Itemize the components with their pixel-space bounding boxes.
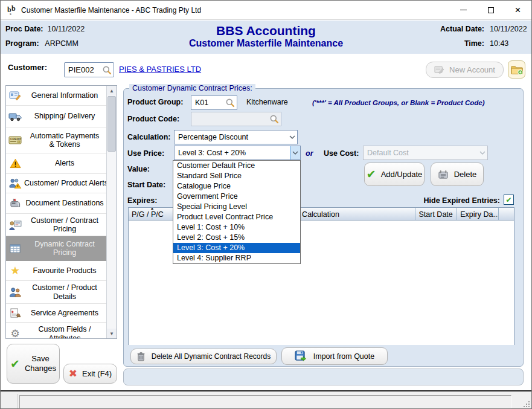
dropdown-option-special-pricing-level[interactable]: Special Pricing Level	[173, 202, 300, 212]
exit-button[interactable]: ✖ Exit (F4)	[63, 364, 117, 384]
sidebar-item-alerts[interactable]: Alerts	[6, 153, 106, 174]
grid-column-label: Expiry Da...	[460, 210, 499, 219]
new-account-button[interactable]: New Account	[426, 62, 504, 78]
resize-grip[interactable]	[522, 399, 530, 408]
use-cost-select[interactable]: Default Cost	[363, 146, 488, 160]
grid-column-label: P/G / P/C	[132, 210, 164, 219]
product-group-label: Product Group:	[127, 98, 183, 106]
close-icon: ×	[515, 5, 521, 15]
dropdown-option-level-2-cost-15[interactable]: Level 2: Cost + 15%	[173, 233, 300, 243]
add-update-button[interactable]: ✔Add/Update	[364, 163, 425, 186]
scroll-down-icon[interactable]: ▼	[107, 329, 117, 338]
minimize-button[interactable]	[450, 1, 477, 19]
hide-expired-checkbox[interactable]: ✔	[504, 195, 514, 205]
check-icon: ✔	[10, 358, 20, 370]
product-group-input[interactable]: K01	[191, 95, 237, 110]
import-quote-label: Import from Quote	[313, 352, 374, 361]
customer-name-link[interactable]: PIES & PASTRIES LTD	[119, 65, 201, 74]
svg-text:s: s	[10, 11, 11, 16]
sidebar: General InformationShipping/ DeliveryCRE…	[5, 85, 117, 339]
time-value: 10:43	[490, 39, 508, 48]
sidebar-item-shipping-delivery[interactable]: Shipping/ Delivery	[6, 106, 106, 127]
exit-label: Exit (F4)	[82, 369, 112, 378]
dropdown-option-product-level-contract-price[interactable]: Product Level Contract Price	[173, 212, 300, 222]
scroll-up-icon[interactable]: ▲	[107, 86, 117, 95]
sidebar-item-document-destinations[interactable]: Document Destinations	[6, 193, 106, 214]
chevron-down-icon[interactable]	[290, 146, 300, 159]
grid-table-icon	[6, 243, 24, 254]
truck-icon	[6, 112, 24, 121]
sidebar-item-customer-product-details[interactable]: Customer / ProductDetails	[6, 281, 106, 304]
sidebar-item-label: General Information	[24, 91, 106, 100]
sidebar-item-customer-product-alerts[interactable]: Customer/ Product Alerts	[6, 174, 106, 193]
open-account-folder-button[interactable]	[508, 60, 525, 79]
sidebar-item-favourite-products[interactable]: ★Favourite Products	[6, 261, 106, 281]
sidebar-item-dynamic-contract-pricing[interactable]: Dynamic ContractPricing	[6, 236, 106, 261]
import-disk-icon	[295, 350, 306, 362]
search-icon[interactable]	[269, 114, 279, 124]
sidebar-item-customer-contract-pricing[interactable]: Customer / ContractPricing	[6, 214, 106, 236]
grid-column-header-calculation[interactable]: Calculation	[299, 208, 415, 220]
use-price-select[interactable]: Level 3: Cost + 20%	[174, 146, 301, 160]
dropdown-option-catalogue-price[interactable]: Catalogue Price	[173, 181, 300, 192]
delete-all-label: Delete All Dynamic Contract Records	[152, 352, 271, 361]
sidebar-item-automatic-payments-tokens[interactable]: CREDITAutomatic Payments& Tokens	[6, 127, 106, 153]
dropdown-option-level-4-supplier-rrp[interactable]: Level 4: Supplier RRP	[173, 253, 300, 263]
dropdown-option-level-3-cost-20[interactable]: Level 3: Cost + 20%	[173, 243, 300, 253]
sidebar-item-label: Favourite Products	[24, 266, 106, 275]
grid-column-header-start-date[interactable]: Start Date	[415, 208, 457, 220]
actual-date-label: Actual Date:	[440, 25, 484, 33]
svg-text:b: b	[11, 5, 16, 13]
calculation-select[interactable]: Percentage Discount	[174, 130, 298, 144]
calculation-value: Percentage Discount	[178, 133, 248, 141]
sidebar-item-label: Dynamic ContractPricing	[24, 240, 106, 257]
product-group-name: Kitchenware	[246, 98, 288, 106]
minimize-icon	[460, 10, 467, 10]
scrollbar-thumb[interactable]	[107, 96, 116, 152]
grid-column-header-expiry-da[interactable]: Expiry Da...	[457, 208, 499, 220]
sidebar-item-general-information[interactable]: General Information	[6, 86, 106, 106]
customer-code-value: PIE002	[68, 65, 94, 74]
sidebar-item-custom-fields-attributes[interactable]: ⚙Custom Fields /Attributes	[6, 323, 106, 338]
dropdown-option-level-1-cost-10[interactable]: Level 1: Cost + 10%	[173, 222, 300, 233]
app-window: bbs Customer Masterfile Maintenance - AB…	[0, 0, 532, 409]
expires-label: Expires:	[127, 196, 157, 205]
import-from-quote-button[interactable]: Import from Quote	[281, 347, 388, 365]
id-card-icon	[6, 89, 24, 101]
window-title: Customer Masterfile Maintenance - ABC Tr…	[21, 6, 201, 14]
sort-ascending-icon: ▲	[150, 208, 154, 210]
hide-expired-label: Hide Expired Entries:	[387, 196, 500, 205]
search-icon[interactable]	[102, 65, 112, 75]
use-price-value: Level 3: Cost + 20%	[178, 149, 246, 157]
dropdown-option-government-price[interactable]: Government Price	[173, 192, 300, 202]
product-code-input[interactable]	[191, 112, 281, 126]
sidebar-item-service-agreements[interactable]: Service Agreements	[6, 304, 106, 323]
start-date-label: Start Date:	[127, 181, 165, 189]
grid-column-label: Calculation	[302, 210, 339, 219]
dropdown-option-standard-sell-price[interactable]: Standard Sell Price	[173, 171, 300, 181]
product-group-note: ('***' = All Product Groups, or Blank = …	[312, 99, 485, 106]
customer-row: Customer: PIE002 PIES & PASTRIES LTD New…	[1, 54, 531, 84]
customer-code-input[interactable]: PIE002	[64, 62, 114, 77]
product-code-label: Product Code:	[127, 115, 179, 123]
rolodex-icon	[438, 169, 449, 179]
search-icon[interactable]	[225, 98, 235, 108]
delete-button[interactable]: Delete	[431, 163, 484, 186]
close-button[interactable]: ×	[504, 1, 531, 19]
grid-column-header[interactable]	[499, 208, 514, 220]
grid-column-header-p-g-p-c[interactable]: ▲P/G / P/C	[129, 208, 176, 220]
sidebar-scrollbar[interactable]: ▲ ▼	[106, 86, 117, 338]
sidebar-item-label: Customer/ Product Alerts	[24, 179, 106, 187]
dropdown-option-customer-default-price[interactable]: Customer Default Price	[173, 161, 300, 171]
maximize-button[interactable]	[477, 1, 504, 19]
people-icon	[6, 287, 24, 297]
delete-all-records-button[interactable]: Delete All Dynamic Contract Records	[130, 349, 277, 364]
delete-label: Delete	[454, 170, 477, 179]
maximize-icon	[488, 7, 494, 13]
mailbox-icon	[6, 198, 24, 208]
save-changes-button[interactable]: ✔ SaveChanges	[7, 344, 60, 384]
trash-icon	[136, 352, 146, 362]
chevron-down-icon[interactable]	[287, 130, 297, 144]
sidebar-item-label: Automatic Payments& Tokens	[24, 132, 106, 149]
save-changes-label: SaveChanges	[25, 354, 56, 374]
